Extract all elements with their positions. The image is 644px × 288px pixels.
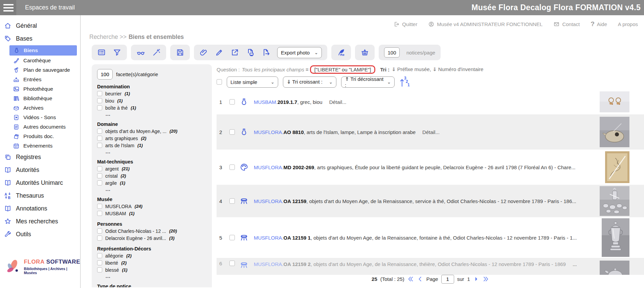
facet-item[interactable]: beurrier(1) (97, 90, 206, 97)
museum-code-link[interactable]: MUSFLORA. (254, 261, 284, 267)
facet-item[interactable]: argile(1) (97, 179, 206, 186)
basket-button[interactable] (360, 48, 369, 57)
checkbox[interactable] (97, 129, 102, 134)
sidebar-item-carotheque[interactable]: Carothèque (0, 56, 80, 65)
sort-order-icon[interactable]: 321 (399, 76, 410, 88)
edit-button[interactable] (215, 48, 224, 57)
thumbnail[interactable] (605, 151, 629, 183)
facet-item[interactable]: MUSBAM(1) (97, 210, 206, 217)
thumbnail[interactable] (600, 186, 629, 216)
sidebar-item-produits-doc[interactable]: Produits doc. (0, 132, 80, 141)
first-page-button[interactable] (407, 276, 414, 282)
new-search-button[interactable]: Re (337, 48, 346, 57)
export-page-button[interactable] (262, 48, 270, 57)
sidebar-item-autres-documents[interactable]: Autres documents (0, 122, 80, 132)
hamburger-menu-icon[interactable] (0, 0, 16, 15)
checkbox[interactable] (97, 143, 102, 148)
detail-link[interactable]: Détail... (422, 129, 440, 135)
display-settings-button[interactable] (97, 48, 106, 57)
sidebar-item-phototheque[interactable]: Photothèque (0, 84, 80, 94)
checkbox[interactable] (97, 204, 102, 209)
sidebar-item-plan-sauvegarde[interactable]: Plan de sauvegarde (0, 65, 80, 75)
quitter-link[interactable]: Quitter (393, 21, 417, 27)
checkbox[interactable] (97, 236, 102, 241)
previous-page-button[interactable] (417, 276, 423, 282)
sidebar-item-outils[interactable]: Outils (0, 228, 80, 241)
page-number-input[interactable] (441, 275, 454, 284)
aide-link[interactable]: ? Aide (591, 20, 607, 28)
checkbox[interactable] (97, 91, 102, 96)
row-checkbox[interactable] (229, 99, 235, 105)
detail-link[interactable]: Détail... (329, 99, 347, 105)
checkbox[interactable] (97, 228, 102, 234)
museum-code-link[interactable]: MUSFLORA. (254, 164, 284, 170)
sort-descending-select[interactable]: ⇑ Tri décroissant :⌄ (341, 76, 395, 88)
next-page-button[interactable] (473, 276, 480, 282)
export-photo-select[interactable]: Export photo⌄ (277, 47, 322, 58)
thumbnail[interactable] (600, 91, 629, 112)
checkbox[interactable] (97, 253, 102, 258)
row-checkbox[interactable] (229, 261, 235, 266)
detail-link[interactable]: ... (573, 261, 577, 267)
facet-count-input[interactable] (97, 69, 113, 80)
attachment-button[interactable] (199, 48, 208, 57)
last-page-button[interactable] (483, 276, 489, 282)
sidebar-item-bases[interactable]: Bases (0, 32, 80, 45)
facet-item[interactable]: Delacroix Eugène - 26 avril...(3) (97, 235, 206, 242)
checkbox[interactable] (97, 260, 102, 265)
result-row[interactable]: 5 MUSFLORA.OA 12159 1, objets d'art du M… (217, 217, 644, 258)
checkbox[interactable] (97, 105, 102, 110)
facet-item[interactable]: liberté(2) (97, 259, 206, 266)
sidebar-item-thesaurus[interactable]: AB Thesaurus (0, 189, 80, 202)
user-account[interactable]: Musée v4 ADMINISTRATEUR FONCTIONNEL (428, 21, 542, 27)
facet-item[interactable]: objets d'art du Moyen Age, ...(20) (97, 128, 206, 135)
museum-code-link[interactable]: MUSFLORA. (254, 235, 284, 241)
result-row[interactable]: 4 MUSFLORA.OA 12159, objets d'art du Moy… (217, 185, 644, 217)
checkbox[interactable] (97, 267, 102, 272)
sidebar-item-bibliotheque[interactable]: Bibliothèque (0, 94, 80, 103)
apropos-link[interactable]: A propos (618, 21, 638, 27)
sidebar-item-evenements[interactable]: Evènements (0, 141, 80, 151)
sidebar-item-entrees[interactable]: Entrées (0, 75, 80, 84)
facet-more-link[interactable]: ... (97, 111, 206, 117)
select-all-checkbox[interactable] (217, 79, 222, 85)
contact-link[interactable]: Contact (553, 21, 580, 27)
display-mode-select[interactable]: Liste simple⌄ (227, 76, 278, 88)
view-button[interactable] (136, 48, 145, 57)
facet-item[interactable]: cristal(2) (97, 172, 206, 179)
row-checkbox[interactable] (229, 198, 235, 204)
checkbox[interactable] (97, 211, 102, 216)
facet-item[interactable]: allégorie(2) (97, 252, 206, 259)
open-external-button[interactable] (230, 48, 239, 57)
print-page-button[interactable] (246, 48, 255, 57)
row-checkbox[interactable] (229, 164, 235, 170)
facet-item[interactable]: boîte à thé(1) (97, 104, 206, 111)
museum-code-link[interactable]: MUSBAM. (254, 99, 277, 105)
sidebar-item-mes-recherches[interactable]: Mes recherches (0, 215, 80, 228)
sort-ascending-select[interactable]: ⇓ Tri croissant :⌄ (283, 76, 336, 88)
checkbox[interactable] (97, 173, 102, 178)
thumbnail[interactable] (600, 117, 629, 147)
sidebar-item-general[interactable]: Général (0, 19, 80, 32)
sidebar-item-autorites-unimarc[interactable]: Autorités Unimarc (0, 176, 80, 189)
sidebar-item-archives[interactable]: Archives (0, 103, 80, 113)
sidebar-item-autorites[interactable]: Autorités (0, 163, 80, 176)
facet-item[interactable]: MUSFLORA(24) (97, 203, 206, 210)
facet-item[interactable]: biou(1) (97, 97, 206, 104)
row-checkbox[interactable] (229, 235, 235, 240)
museum-code-link[interactable]: MUSFLORA. (254, 198, 284, 204)
save-button[interactable] (176, 48, 184, 57)
museum-code-link[interactable]: MUSFLORA. (254, 129, 284, 135)
thumbnail[interactable] (600, 261, 629, 275)
checkbox[interactable] (97, 180, 102, 185)
magic-wand-button[interactable] (152, 48, 161, 57)
sidebar-item-annotations[interactable]: Annotations (0, 202, 80, 215)
row-checkbox[interactable] (229, 129, 235, 135)
facet-item[interactable]: arts de l'Islam(1) (97, 142, 206, 149)
facet-item[interactable]: arts graphiques(2) (97, 135, 206, 142)
facet-more-link[interactable]: ... (97, 273, 206, 279)
result-row[interactable]: 2 MUSFLORA.AO 8810, arts de l'Islam, lam… (217, 114, 644, 150)
sidebar-item-biens[interactable]: Biens (9, 45, 77, 56)
result-row[interactable]: 1 MUSBAM.2019.1.7, grec, biouDétail... (217, 89, 644, 114)
notices-per-page-input[interactable] (384, 47, 400, 58)
